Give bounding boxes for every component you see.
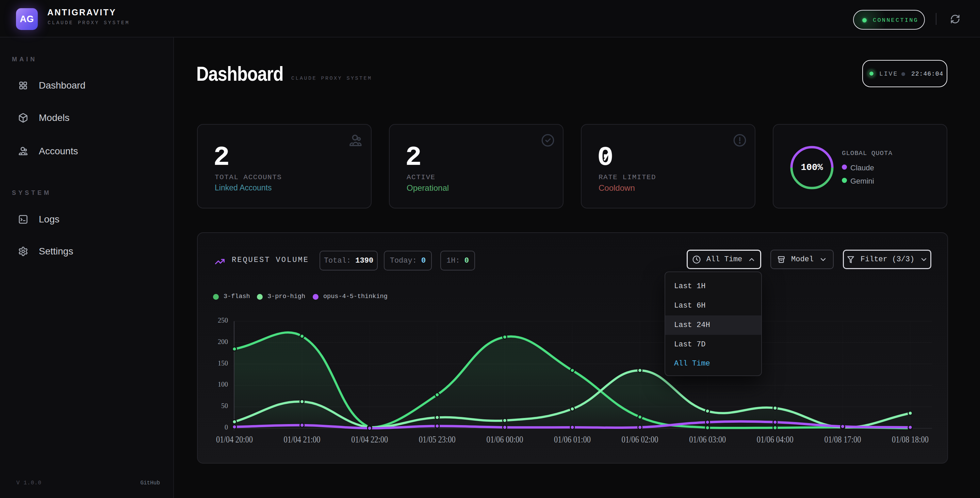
svg-text:01/08 18:00: 01/08 18:00 [892,434,929,445]
svg-text:50: 50 [221,402,228,409]
svg-text:01/04 21:00: 01/04 21:00 [284,434,321,445]
svg-text:01/04 22:00: 01/04 22:00 [351,434,388,445]
svg-text:0: 0 [224,423,228,431]
svg-text:01/06 00:00: 01/06 00:00 [486,434,523,445]
svg-text:01/04 20:00: 01/04 20:00 [216,434,253,445]
svg-text:01/08 17:00: 01/08 17:00 [824,434,861,445]
svg-text:01/06 04:00: 01/06 04:00 [757,434,794,445]
svg-text:01/05 23:00: 01/05 23:00 [419,434,456,445]
svg-text:01/06 01:00: 01/06 01:00 [554,434,591,445]
svg-text:200: 200 [218,338,228,345]
svg-text:100: 100 [218,380,228,388]
svg-text:01/06 02:00: 01/06 02:00 [622,434,659,445]
svg-text:01/06 03:00: 01/06 03:00 [689,434,726,445]
svg-text:150: 150 [218,359,228,367]
svg-text:250: 250 [218,316,228,324]
